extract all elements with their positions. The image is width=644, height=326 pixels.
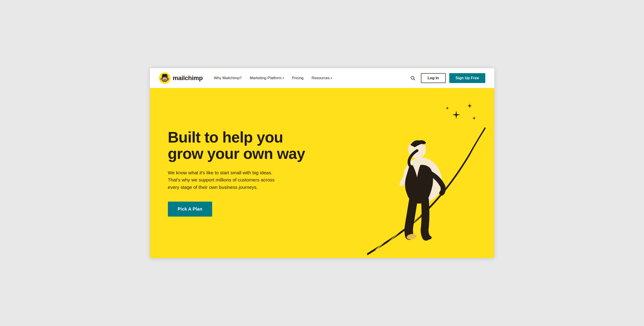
- svg-line-16: [414, 79, 415, 80]
- svg-point-3: [163, 79, 166, 81]
- hero-headline: Built to help you grow your own way: [168, 129, 322, 162]
- svg-point-6: [164, 78, 164, 79]
- svg-line-20: [385, 215, 420, 251]
- logo-text: mailchimp: [173, 75, 203, 82]
- hero-subtext: We know what it's like to start small wi…: [168, 169, 284, 191]
- login-button[interactable]: Log In: [421, 73, 446, 83]
- navbar: mailchimp Why Mailchimp? Marketing Platf…: [150, 68, 494, 88]
- pick-a-plan-button[interactable]: Pick A Plan: [168, 202, 212, 217]
- logo-icon: [159, 72, 170, 84]
- page-wrapper: mailchimp Why Mailchimp? Marketing Platf…: [150, 68, 494, 258]
- svg-line-33: [465, 179, 482, 195]
- hero-figure: [360, 106, 490, 258]
- nav-pricing[interactable]: Pricing: [292, 76, 304, 80]
- nav-why-mailchimp[interactable]: Why Mailchimp?: [214, 76, 242, 80]
- svg-line-34: [470, 174, 484, 187]
- svg-line-36: [478, 164, 485, 172]
- svg-line-30: [447, 190, 474, 217]
- chevron-down-icon: ▾: [282, 77, 284, 80]
- nav-resources[interactable]: Resources ▾: [312, 76, 332, 80]
- chevron-down-icon: ▾: [330, 77, 332, 80]
- svg-line-38: [482, 153, 486, 156]
- signup-button[interactable]: Sign Up Free: [449, 73, 485, 83]
- hero-content: Built to help you grow your own way We k…: [150, 88, 339, 258]
- svg-rect-10: [163, 76, 167, 77]
- svg-point-14: [168, 78, 168, 80]
- hero-illustration: [339, 88, 494, 258]
- svg-point-7: [166, 78, 166, 79]
- svg-point-13: [161, 78, 162, 80]
- svg-line-31: [454, 187, 477, 211]
- nav-links: Why Mailchimp? Marketing Platform ▾ Pric…: [214, 76, 408, 80]
- hero-section: Built to help you grow your own way We k…: [150, 88, 494, 258]
- svg-line-25: [414, 204, 453, 243]
- nav-actions: Log In Sign Up Free: [408, 73, 485, 83]
- svg-line-37: [480, 159, 486, 164]
- logo-link[interactable]: mailchimp: [159, 72, 203, 84]
- search-icon: [410, 75, 416, 81]
- nav-marketing-platform[interactable]: Marketing Platform ▾: [250, 76, 284, 80]
- svg-line-32: [460, 183, 480, 203]
- search-button[interactable]: [408, 74, 417, 83]
